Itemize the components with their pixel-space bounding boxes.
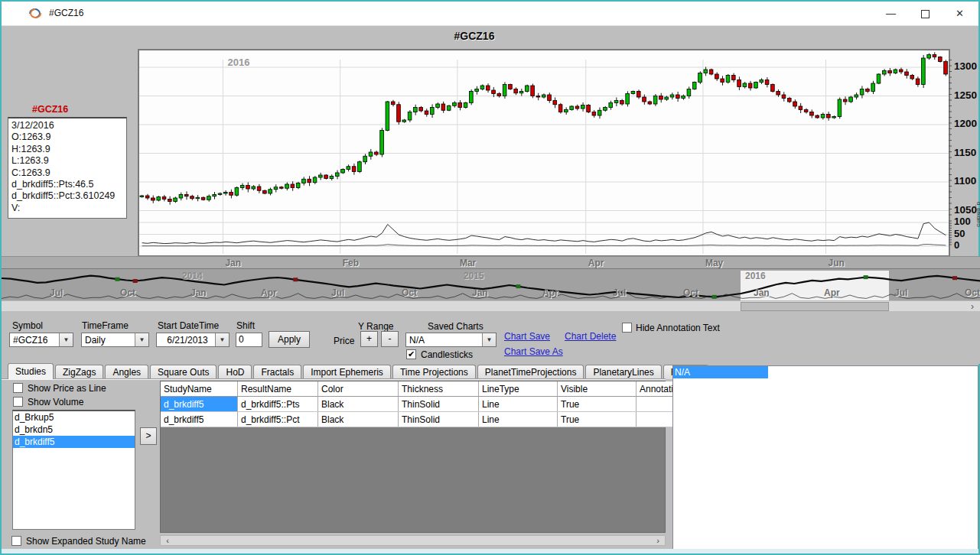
chart-delete-link[interactable]: Chart Delete: [565, 331, 616, 342]
scroll-right-icon[interactable]: ›: [653, 536, 663, 545]
column-header-linetype[interactable]: LineType: [479, 381, 558, 397]
nav-month-label: Oct: [402, 287, 417, 298]
column-header-color[interactable]: Color: [318, 381, 399, 397]
info-line: O:1263.9: [11, 131, 123, 143]
chart-save-as-link[interactable]: Chart Save As: [504, 346, 563, 357]
savedcharts-value: N/A: [406, 335, 482, 346]
price-chart[interactable]: 2016: [138, 49, 950, 257]
y-tick-label: 1300: [954, 60, 977, 72]
close-button[interactable]: ✕: [943, 2, 977, 25]
hide-annotation-label: Hide Annotation Text: [636, 323, 720, 333]
chevron-down-icon[interactable]: ▼: [215, 333, 229, 346]
symbol-combobox[interactable]: #GCZ16▼: [9, 333, 73, 347]
table-cell[interactable]: True: [558, 412, 637, 427]
candlesticks-checkbox[interactable]: ✔: [406, 349, 416, 359]
chevron-down-icon[interactable]: ▼: [135, 333, 148, 346]
chevron-down-icon[interactable]: ▼: [59, 333, 73, 346]
tab-hod[interactable]: HoD: [218, 365, 252, 379]
apply-button[interactable]: Apply: [269, 331, 310, 348]
nav-month-label: Oct: [683, 287, 698, 298]
shift-input[interactable]: 0: [236, 333, 262, 347]
y-tick-label: 1100: [954, 175, 976, 187]
candlesticks-label: Candlesticks: [421, 349, 473, 360]
table-row[interactable]: d_brkdiff5d_brkdiff5::PtsBlackThinSolidL…: [161, 397, 713, 412]
column-header-studyname[interactable]: StudyName: [161, 381, 238, 397]
scroll-left-icon[interactable]: ‹: [162, 536, 173, 545]
table-cell[interactable]: Line: [479, 412, 558, 427]
price-axis: 130012501200115011001050100500d_brkdiff5: [949, 49, 980, 255]
table-cell[interactable]: Black: [318, 412, 399, 427]
maximize-button[interactable]: [908, 2, 943, 25]
crosshair-info-box: 3/12/2016O:1263.9H:1263.9L:1263.9C:1263.…: [8, 117, 127, 219]
chart-save-link[interactable]: Chart Save: [504, 331, 550, 342]
results-table-region: StudyNameResultNameColorThicknessLineTyp…: [160, 381, 666, 533]
tab-planetarylines[interactable]: PlanetaryLines: [585, 365, 661, 379]
startdatetime-value: 6/21/2013: [157, 335, 215, 346]
column-header-resultname[interactable]: ResultName: [238, 381, 318, 397]
column-header-thickness[interactable]: Thickness: [399, 381, 479, 397]
table-cell[interactable]: d_brkdiff5::Pct: [238, 412, 318, 427]
table-cell[interactable]: Black: [318, 397, 399, 412]
startdatetime-label: Start DateTime: [158, 320, 219, 331]
savedcharts-combobox[interactable]: N/A▼: [405, 333, 497, 347]
table-hscrollbar[interactable]: ‹ ›: [160, 535, 666, 546]
yrange-plus-button[interactable]: +: [360, 331, 378, 347]
table-cell[interactable]: ThinSolid: [399, 412, 479, 427]
show-expanded-checkbox[interactable]: [11, 536, 21, 546]
x-month-label: Apr: [588, 258, 604, 268]
annotation-selected-item[interactable]: N/A: [673, 366, 768, 378]
show-volume-label: Show Volume: [28, 397, 83, 407]
nav-month-label: Jan: [472, 287, 488, 298]
minimize-button[interactable]: —: [874, 2, 908, 25]
table-row[interactable]: d_brkdiff5d_brkdiff5::PctBlackThinSolidL…: [161, 412, 713, 427]
show-price-as-line-checkbox[interactable]: [13, 383, 23, 393]
nav-year-label: 2016: [745, 271, 766, 281]
tab-zigzags[interactable]: ZigZags: [55, 365, 103, 379]
title-bar: #GCZ16 — ✕: [2, 2, 978, 26]
hide-annotation-checkbox[interactable]: [622, 323, 632, 333]
tab-planettimeprojections[interactable]: PlanetTimeProjections: [477, 365, 584, 379]
add-study-button[interactable]: >: [140, 427, 157, 445]
info-line: d_brkdiff5::Pct:3.610249: [11, 190, 123, 202]
table-cell[interactable]: True: [558, 397, 637, 412]
nav-month-label: Oct: [965, 287, 980, 298]
navigator-scroll-thumb[interactable]: [741, 302, 889, 311]
tab-import-ephemeris[interactable]: Import Ephemeris: [303, 365, 391, 379]
nav-month-label: Jul: [613, 287, 626, 298]
table-cell[interactable]: d_brkdiff5::Pts: [238, 397, 318, 412]
show-volume-checkbox[interactable]: [13, 397, 23, 407]
chevron-down-icon[interactable]: ▼: [482, 333, 496, 346]
window-title: #GCZ16: [49, 8, 83, 18]
annotation-listbox[interactable]: N/A: [672, 365, 978, 550]
tab-fractals[interactable]: Fractals: [253, 365, 301, 379]
candlestick-plot: [139, 50, 949, 255]
table-cell[interactable]: d_brkdiff5: [161, 397, 238, 412]
startdatetime-combobox[interactable]: 6/21/2013▼: [156, 333, 230, 347]
table-cell[interactable]: d_brkdiff5: [161, 412, 238, 427]
nav-month-label: Jan: [754, 287, 770, 298]
nav-month-label: Apr: [542, 287, 558, 298]
study-list-item[interactable]: d_brkdiff5: [13, 436, 135, 448]
y-tick-label: 1050: [954, 204, 977, 216]
chevron-right-icon[interactable]: ›: [971, 301, 974, 312]
info-symbol-label: #GCZ16: [32, 104, 68, 115]
navigator-scrollbar[interactable]: ›: [2, 300, 980, 312]
yrange-minus-button[interactable]: -: [381, 331, 399, 347]
tab-angles[interactable]: Angles: [105, 365, 148, 379]
column-header-visible[interactable]: Visible: [558, 381, 637, 397]
y-tick-label: 1150: [954, 147, 976, 158]
tab-studies[interactable]: Studies: [8, 363, 54, 379]
time-axis: JanFebMarAprMayJun: [2, 256, 980, 269]
chart-title: #GCZ16: [2, 30, 947, 42]
study-listbox[interactable]: d_Brkup5d_brkdn5d_brkdiff5: [12, 410, 135, 530]
x-month-label: Jun: [828, 258, 844, 268]
table-cell[interactable]: Line: [479, 397, 558, 412]
tab-time-projections[interactable]: Time Projections: [392, 365, 476, 379]
x-month-label: May: [705, 258, 723, 268]
timeline-navigator[interactable]: 201420152016JulOctJanAprJulOctJanAprJulO…: [2, 268, 980, 301]
table-cell[interactable]: ThinSolid: [399, 397, 479, 412]
study-list-item[interactable]: d_Brkup5: [13, 411, 135, 424]
tab-square-outs[interactable]: Square Outs: [150, 365, 217, 379]
timeframe-combobox[interactable]: Daily▼: [81, 333, 149, 347]
study-list-item[interactable]: d_brkdn5: [13, 424, 135, 436]
